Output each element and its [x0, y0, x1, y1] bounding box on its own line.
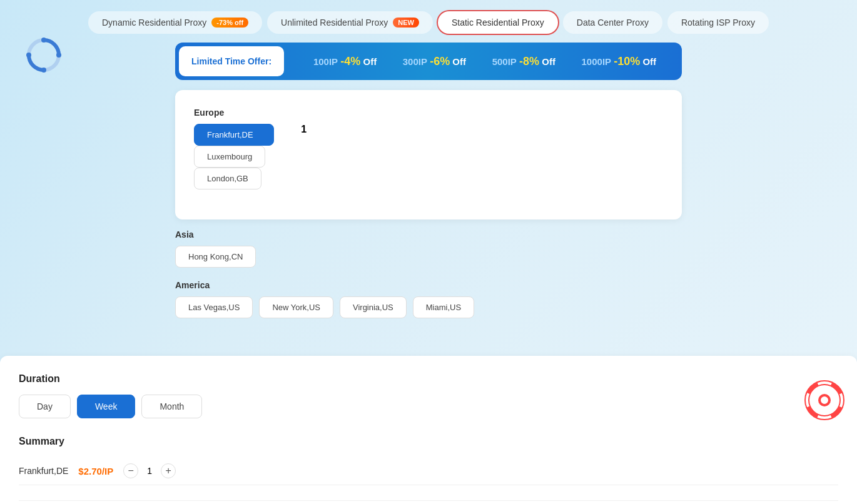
nav-dynamic-residential[interactable]: Dynamic Residential Proxy -73% off: [88, 11, 262, 34]
summary-row-0: Frankfurt,DE $2.70/IP − 1 +: [19, 457, 838, 485]
svg-point-4: [26, 53, 31, 58]
offer-discount-3: -10%: [614, 55, 640, 68]
offer-item-0: 100IP -4% Off: [313, 55, 377, 68]
loc-luxembourg-label: Luxembourg: [207, 152, 252, 161]
offer-banner: Limited Time Offer: 100IP -4% Off 300IP …: [175, 43, 682, 80]
svg-point-1: [41, 38, 46, 43]
nav-unlimited-residential-label: Unlimited Residential Proxy: [281, 18, 388, 28]
america-group: America Las Vegas,US New York,US Virgini…: [175, 280, 682, 318]
loc-london-gb-label: London,GB: [207, 174, 248, 183]
duration-day[interactable]: Day: [19, 395, 71, 418]
duration-buttons: Day Week Month: [19, 395, 838, 418]
asia-region-label: Asia: [175, 229, 682, 239]
loc-las-vegas-us[interactable]: Las Vegas,US: [175, 296, 253, 318]
summary-counter-0: − 1 +: [123, 463, 176, 478]
offer-off-2: Off: [542, 56, 555, 67]
summary-title: Summary: [19, 436, 838, 447]
nav-unlimited-residential[interactable]: Unlimited Residential Proxy NEW: [267, 11, 433, 34]
offer-item-3: 1000IP -10% Off: [582, 55, 657, 68]
duration-week[interactable]: Week: [77, 395, 136, 418]
loc-frankfurt-de[interactable]: Frankfurt,DE: [194, 124, 274, 146]
nav-rotating-isp[interactable]: Rotating ISP Proxy: [667, 11, 769, 34]
europe-region-label: Europe: [194, 108, 663, 118]
loc-miami-us-label: Miami,US: [426, 303, 461, 312]
offer-ip-0: 100IP: [313, 56, 338, 67]
loc-new-york-us[interactable]: New York,US: [259, 296, 333, 318]
nav-rotating-isp-label: Rotating ISP Proxy: [681, 18, 755, 28]
duration-summary-card: Duration Day Week Month Summary Frankfur…: [0, 356, 857, 504]
offer-discount-1: -6%: [430, 55, 450, 68]
offer-ip-1: 300IP: [403, 56, 427, 67]
offer-ip-2: 500IP: [492, 56, 517, 67]
offer-item-1: 300IP -6% Off: [403, 55, 466, 68]
summary-price-0: $2.70/IP: [78, 466, 113, 476]
offer-off-0: Off: [363, 56, 377, 67]
offer-items: 100IP -4% Off 300IP -6% Off 500IP -8% Of…: [288, 46, 682, 77]
nav-static-residential[interactable]: Static Residential Proxy: [438, 11, 558, 34]
offer-ip-3: 1000IP: [582, 56, 612, 67]
loc-hong-kong-cn-label: Hong Kong,CN: [188, 252, 243, 261]
loc-virginia-us[interactable]: Virginia,US: [340, 296, 407, 318]
summary-count-0: 1: [143, 466, 156, 476]
nav-static-residential-label: Static Residential Proxy: [452, 18, 544, 28]
loc-luxembourg[interactable]: Luxembourg: [194, 146, 265, 168]
duration-month[interactable]: Month: [141, 395, 202, 418]
loc-miami-us[interactable]: Miami,US: [413, 296, 474, 318]
europe-buttons: Frankfurt,DE − 1 +: [194, 124, 663, 146]
duration-day-label: Day: [37, 401, 53, 411]
top-navigation: Dynamic Residential Proxy -73% off Unlim…: [0, 0, 857, 43]
offer-discount-0: -4%: [340, 55, 360, 68]
site-logo: [25, 36, 63, 76]
loc-frankfurt-de-label: Frankfurt,DE: [207, 130, 253, 139]
duration-month-label: Month: [160, 401, 184, 411]
asia-buttons: Hong Kong,CN: [175, 246, 682, 268]
offer-label: Limited Time Offer:: [179, 46, 284, 76]
card-footer: Total Area: 1 Total IP: 1 Total Price: $…: [19, 500, 838, 504]
svg-point-3: [41, 68, 46, 73]
summary-increment-0[interactable]: +: [161, 463, 176, 478]
loc-new-york-us-label: New York,US: [272, 303, 320, 312]
nav-data-center[interactable]: Data Center Proxy: [563, 11, 662, 34]
offer-discount-2: -8%: [519, 55, 539, 68]
duration-title: Duration: [19, 373, 838, 385]
offer-off-1: Off: [452, 56, 466, 67]
europe-group: Europe Frankfurt,DE − 1 + Luxembourg Lon…: [194, 108, 663, 189]
nav-dynamic-residential-label: Dynamic Residential Proxy: [102, 18, 206, 28]
duration-week-label: Week: [95, 401, 118, 411]
america-region-label: America: [175, 280, 682, 290]
asia-group: Asia Hong Kong,CN: [175, 229, 682, 268]
summary-location-0: Frankfurt,DE: [19, 466, 68, 476]
frankfurt-count: 1: [299, 124, 309, 146]
nav-unlimited-residential-badge: NEW: [393, 18, 419, 28]
summary-decrement-0[interactable]: −: [123, 463, 138, 478]
offer-item-2: 500IP -8% Off: [492, 55, 555, 68]
loc-london-gb[interactable]: London,GB: [194, 168, 261, 189]
main-content: Limited Time Offer: 100IP -4% Off 300IP …: [163, 43, 694, 356]
loc-las-vegas-us-label: Las Vegas,US: [188, 303, 240, 312]
nav-dynamic-residential-badge: -73% off: [211, 18, 248, 28]
frankfurt-increment[interactable]: +: [315, 124, 328, 136]
locations-card: Europe Frankfurt,DE − 1 + Luxembourg Lon…: [175, 90, 682, 219]
loc-virginia-us-label: Virginia,US: [353, 303, 393, 312]
support-bubble[interactable]: [804, 380, 844, 423]
america-buttons: Las Vegas,US New York,US Virginia,US Mia…: [175, 296, 682, 318]
nav-data-center-label: Data Center Proxy: [577, 18, 649, 28]
frankfurt-decrement[interactable]: −: [280, 124, 293, 136]
svg-point-2: [56, 53, 61, 58]
offer-off-3: Off: [642, 56, 656, 67]
loc-hong-kong-cn[interactable]: Hong Kong,CN: [175, 246, 256, 268]
